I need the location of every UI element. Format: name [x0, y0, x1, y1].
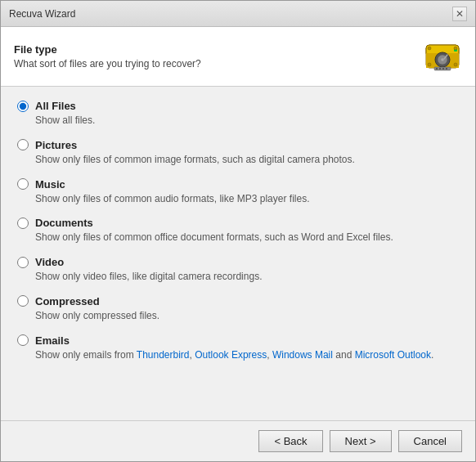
compressed-desc: Show only compressed files. — [35, 309, 459, 323]
svg-point-10 — [428, 63, 431, 66]
window-title: Recuva Wizard — [9, 8, 75, 20]
svg-rect-15 — [442, 68, 444, 70]
compressed-radio[interactable] — [17, 295, 29, 307]
footer: < Back Next > Cancel — [1, 420, 475, 461]
emails-link-thunderbird: Thunderbird — [137, 349, 190, 361]
emails-link-windows-mail: Windows Mail — [272, 349, 333, 361]
svg-rect-13 — [436, 68, 438, 70]
compressed-label[interactable]: Compressed — [17, 295, 459, 307]
page-title: File type — [14, 43, 201, 56]
emails-label[interactable]: Emails — [17, 334, 459, 347]
documents-label[interactable]: Documents — [17, 217, 459, 229]
hdd-icon — [423, 37, 462, 76]
video-radio[interactable] — [17, 257, 29, 268]
video-desc: Show only video files, like digital came… — [35, 270, 459, 284]
pictures-desc: Show only files of common image formats,… — [35, 153, 459, 167]
cancel-button[interactable]: Cancel — [398, 430, 462, 452]
back-button[interactable]: < Back — [258, 430, 322, 452]
documents-desc: Show only files of common office documen… — [35, 231, 459, 244]
emails-desc: Show only emails from Thunderbird, Outlo… — [35, 348, 459, 362]
documents-radio[interactable] — [17, 218, 29, 229]
pictures-label[interactable]: Pictures — [17, 139, 459, 151]
next-button[interactable]: Next > — [330, 430, 392, 452]
svg-point-9 — [454, 47, 457, 50]
recuva-wizard-window: Recuva Wizard ✕ File type What sort of f… — [0, 0, 476, 462]
option-pictures: Pictures Show only files of common image… — [17, 139, 459, 167]
close-button[interactable]: ✕ — [452, 7, 467, 21]
emails-link-outlook-express: Outlook Express — [195, 349, 267, 361]
option-video: Video Show only video files, like digita… — [17, 256, 459, 284]
emails-link-microsoft-outlook: Microsoft Outlook — [355, 349, 431, 361]
header-text: File type What sort of files are you try… — [14, 43, 201, 70]
emails-radio[interactable] — [17, 334, 29, 346]
music-label[interactable]: Music — [17, 178, 459, 191]
svg-point-8 — [428, 47, 431, 50]
video-label[interactable]: Video — [17, 256, 459, 268]
svg-point-11 — [454, 63, 457, 66]
all-files-desc: Show all files. — [35, 114, 459, 128]
option-emails: Emails Show only emails from Thunderbird… — [17, 334, 459, 362]
music-radio[interactable] — [17, 178, 29, 190]
music-desc: Show only files of common audio formats,… — [35, 192, 459, 206]
options-content: All Files Show all files. Pictures Show … — [1, 87, 475, 420]
all-files-radio[interactable] — [17, 101, 29, 112]
option-compressed: Compressed Show only compressed files. — [17, 295, 459, 323]
page-subtitle: What sort of files are you trying to rec… — [14, 58, 201, 70]
pictures-radio[interactable] — [17, 139, 29, 150]
all-files-label[interactable]: All Files — [17, 100, 459, 112]
svg-rect-16 — [446, 68, 447, 70]
svg-rect-14 — [439, 68, 441, 70]
header-section: File type What sort of files are you try… — [1, 27, 475, 87]
option-all-files: All Files Show all files. — [17, 100, 459, 128]
option-documents: Documents Show only files of common offi… — [17, 217, 459, 244]
option-music: Music Show only files of common audio fo… — [17, 178, 459, 206]
title-bar: Recuva Wizard ✕ — [1, 1, 475, 27]
